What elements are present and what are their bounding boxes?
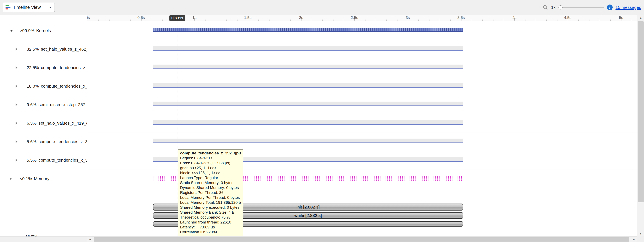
- nvtx-range-label: while [2.882 s]: [294, 213, 322, 218]
- info-icon[interactable]: i: [607, 5, 612, 10]
- dropdown-separator: [46, 4, 46, 11]
- timeline-row-kernels: [87, 21, 637, 40]
- sidebar-row-compute-tendencies-z-392[interactable]: 5.6% compute_tendencies_z_392_gpu: [0, 133, 87, 151]
- tooltip-line: grid: <<<25, 1, 1>>>: [180, 166, 241, 170]
- expand-triangle-icon[interactable]: [16, 103, 18, 106]
- sidebar-row-memory[interactable]: <0.1% Memory: [0, 169, 87, 188]
- timeline-row-compute-tendencies-x-286: [87, 77, 637, 95]
- row-name: Memory: [34, 176, 50, 181]
- row-percent: <0.1%: [20, 176, 32, 181]
- tooltip-line: Correlation ID: 22984: [180, 230, 241, 234]
- toolbar-right-group: 1x i 15 messages: [542, 5, 641, 10]
- expand-triangle-icon[interactable]: [16, 122, 18, 125]
- tooltip-line: Shared Memory executed: 0 bytes: [180, 205, 241, 210]
- timeline-row-memory: [87, 169, 637, 188]
- scroll-right-arrow[interactable]: ►: [631, 237, 637, 242]
- tooltip-line: Theoretical occupancy: 75 %: [180, 215, 241, 220]
- tooltip-line: block: <<<128, 1, 1>>>: [180, 170, 241, 175]
- sidebar-row-compute-tendencies-z-354[interactable]: 22.5% compute_tendencies_z_354_gpu: [0, 58, 87, 77]
- row-name: set_halo_values_z_462_gpu: [41, 47, 87, 52]
- row-percent: 22.5%: [27, 65, 39, 70]
- tooltip-line: Launched from thread: 22610: [180, 220, 241, 225]
- expand-triangle-icon[interactable]: [10, 177, 12, 180]
- vertical-scrollbar-thumb[interactable]: [638, 21, 644, 202]
- ruler-tick-label: 3.5s: [457, 16, 465, 20]
- kernel-track-bar[interactable]: [153, 101, 463, 106]
- timeline-row-compute-tendencies-x-324: [87, 151, 637, 169]
- kernels-activity-bar[interactable]: [153, 28, 463, 32]
- timeline-row-compute-tendencies-z-392: [87, 133, 637, 151]
- row-name: compute_tendencies_z_392_gpu: [38, 139, 87, 144]
- sidebar-row-compute-tendencies-x-324[interactable]: 5.5% compute_tendencies_x_324_gpu: [0, 151, 87, 169]
- tooltip-line: Registers Per Thread: 36: [180, 190, 241, 195]
- row-name: compute_tendencies_x_286_gpu: [41, 84, 87, 89]
- sidebar-row-set-halo-values-z[interactable]: 32.5% set_halo_values_z_462_gpu: [0, 40, 87, 58]
- expand-triangle-icon[interactable]: [16, 159, 18, 162]
- horizontal-scrollbar-thumb[interactable]: [94, 237, 629, 241]
- chevron-down-icon: ▼: [48, 6, 52, 9]
- expand-triangle-icon[interactable]: [16, 66, 18, 69]
- collapse-triangle-icon[interactable]: [10, 30, 13, 32]
- tooltip-line: Local Memory Per Thread: 0 bytes: [180, 195, 241, 200]
- expand-triangle-icon[interactable]: [16, 140, 18, 143]
- tooltip-line: Begins: 0.847621s: [180, 156, 241, 161]
- sidebar-row-compute-tendencies-x-286[interactable]: 18.0% compute_tendencies_x_286_gpu: [0, 77, 87, 95]
- sidebar-row-set-halo-values-x[interactable]: 6.3% set_halo_values_x_419_gpu: [0, 114, 87, 133]
- tooltip-title: compute_tendencies_z_392_gpu: [180, 151, 241, 156]
- messages-link[interactable]: 15 messages: [616, 5, 641, 10]
- ruler-tick-label: 0.5s: [138, 16, 145, 20]
- row-percent: 9.6%: [27, 102, 36, 107]
- row-percent: 18.0%: [27, 84, 39, 89]
- row-name: Kernels: [36, 28, 51, 33]
- row-name: compute_tendencies_z_354_gpu: [41, 65, 87, 70]
- tooltip-line: Dynamic Shared Memory: 0 bytes: [180, 185, 241, 190]
- timeline-view-icon: [6, 5, 11, 10]
- ruler-tick-label: 4s: [512, 16, 516, 20]
- expand-triangle-icon[interactable]: [16, 48, 18, 51]
- scroll-down-arrow[interactable]: ▼: [637, 231, 644, 236]
- row-percent: 5.5%: [27, 158, 36, 163]
- toolbar: Timeline View ▼ 1x i 15 messages: [0, 0, 644, 15]
- ruler-tick-label: 2s: [299, 16, 303, 20]
- zoom-slider-thumb[interactable]: [558, 5, 562, 10]
- row-tree-sidebar: >99.9% Kernels 32.5% set_halo_values_z_4…: [0, 21, 87, 236]
- ruler-tick-label: 1.5s: [244, 16, 252, 20]
- scroll-up-arrow[interactable]: ▲: [637, 15, 644, 21]
- timeline-row-semi-discrete-step: [87, 95, 637, 114]
- tooltip-line: Latency: ←7.089 μs: [180, 225, 241, 230]
- zoom-level-label: 1x: [551, 5, 556, 10]
- kernel-track-bar[interactable]: [153, 139, 463, 143]
- tooltip-line: Launch Type: Regular: [180, 175, 241, 180]
- ruler-tick-label: 0s: [87, 16, 90, 20]
- expand-triangle-icon[interactable]: [16, 85, 18, 88]
- horizontal-scrollbar[interactable]: ◄ ►: [87, 236, 637, 242]
- kernel-track-bar[interactable]: [153, 46, 463, 51]
- ruler-tick-label: 5s: [619, 16, 623, 20]
- scroll-left-arrow[interactable]: ◄: [87, 237, 93, 242]
- bottom-left-filler: [0, 236, 87, 242]
- row-percent: 32.5%: [27, 47, 39, 52]
- ruler-tick-label: 1s: [192, 16, 196, 20]
- ruler-tick-label: 3s: [406, 16, 410, 20]
- timeline-canvas[interactable]: init [2.882 s] while [2.882 s]: [87, 21, 637, 236]
- kernel-track-bar[interactable]: [153, 83, 463, 88]
- vertical-scrollbar[interactable]: ▲ ▼: [637, 15, 644, 236]
- row-name: semi_discrete_step_257_gpu: [38, 102, 87, 107]
- timeline-row-compute-tendencies-z-354: [87, 58, 637, 77]
- sidebar-row-nvtx[interactable]: NVTX: [26, 233, 37, 236]
- kernel-tooltip: compute_tendencies_z_392_gpu Begins: 0.8…: [178, 149, 243, 236]
- ruler-tick-label: 4.5s: [564, 16, 572, 20]
- zoom-slider-track[interactable]: [558, 7, 604, 8]
- row-name: compute_tendencies_x_324_gpu: [38, 158, 87, 163]
- timeline-row-set-halo-values-x: [87, 114, 637, 133]
- tooltip-line: Static Shared Memory: 0 bytes: [180, 180, 241, 185]
- kernel-track-bar[interactable]: [153, 120, 463, 125]
- zoom-slider[interactable]: [558, 5, 604, 10]
- tooltip-line: Ends: 0.847623s (+1.568 μs): [180, 161, 241, 166]
- kernel-track-bar[interactable]: [153, 65, 463, 69]
- view-selector-dropdown[interactable]: Timeline View ▼: [3, 3, 55, 12]
- tooltip-line: Shared Memory Bank Size: 4 B: [180, 210, 241, 215]
- cursor-time-badge: 0.839s: [169, 15, 185, 21]
- sidebar-row-kernels[interactable]: >99.9% Kernels: [0, 21, 87, 40]
- sidebar-row-semi-discrete-step[interactable]: 9.6% semi_discrete_step_257_gpu: [0, 95, 87, 114]
